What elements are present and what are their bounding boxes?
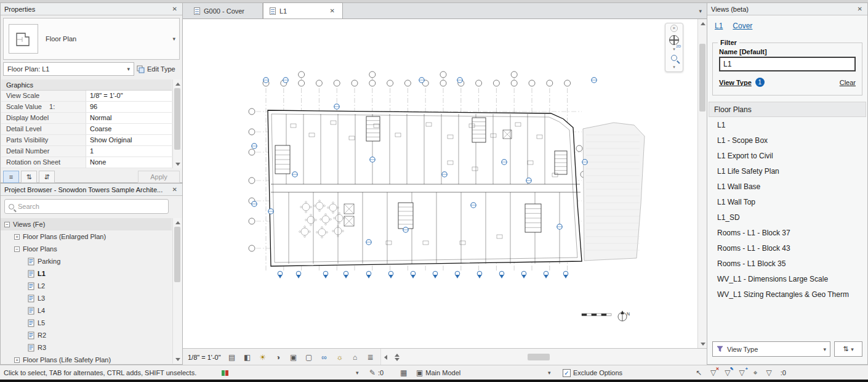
model-canvas[interactable]: N ✕ 2D ▾ ▾ xyxy=(183,19,698,348)
temporary-hide-isolate-icon[interactable]: ∞ xyxy=(319,352,330,363)
tree-node-floor-plans[interactable]: − Floor Plans xyxy=(1,243,172,255)
scroll-up-icon[interactable] xyxy=(173,79,182,88)
tree-node-floor-plans-enlarged[interactable]: + Floor Plans (Enlarged Plan) xyxy=(1,230,172,243)
group-by-combo[interactable]: View Type ▾ xyxy=(712,341,830,357)
scrollbar-thumb[interactable] xyxy=(699,44,705,112)
scrollbar-thumb[interactable] xyxy=(174,227,180,282)
scrollbar-thumb[interactable] xyxy=(174,88,180,150)
instance-combo[interactable]: Floor Plan: L1 ▾ xyxy=(3,62,134,76)
view-list-item[interactable]: L1 Life Safety Plan xyxy=(709,163,866,179)
close-icon[interactable]: ✕ xyxy=(171,6,179,12)
worksets-dialog-icon[interactable]: ▦ xyxy=(400,368,407,377)
filter-edit-icon[interactable]: ▽✎ xyxy=(725,368,730,377)
view-list-item[interactable]: Rooms - L1 Block 35 xyxy=(709,256,866,271)
tab-g000-cover[interactable]: G000 - Cover xyxy=(188,3,263,18)
tree-node-floor-plans-life-safety[interactable]: + Floor Plans (Life Safety Plan) xyxy=(1,354,172,366)
close-icon[interactable]: ✕ xyxy=(171,186,179,193)
scale-control[interactable]: 1/8" = 1'-0" xyxy=(188,354,221,361)
exclude-options-checkbox[interactable]: ✓ xyxy=(563,369,571,377)
detail-level-icon[interactable]: ▤ xyxy=(227,352,238,363)
view-list-item[interactable]: L1_SD xyxy=(709,209,866,225)
tab-l1[interactable]: L1 ✕ xyxy=(263,2,343,18)
tree-item-l5[interactable]: L5 xyxy=(1,317,172,329)
view-list-item[interactable]: L1 Wall Base xyxy=(709,179,866,194)
scroll-up-icon[interactable] xyxy=(698,19,707,28)
design-options-icon[interactable]: ▣ xyxy=(416,368,423,377)
collapse-icon[interactable]: − xyxy=(14,246,20,252)
crop-region-visibility-icon[interactable]: ▢ xyxy=(303,352,315,363)
filter-remove-icon[interactable]: ▽✕ xyxy=(710,368,716,377)
sort-button[interactable]: ⇅ ▾ xyxy=(834,341,862,357)
select-pointer-icon[interactable]: ↖ xyxy=(696,368,702,377)
view-list-item[interactable]: L1 xyxy=(709,117,866,132)
selection-filter-icon[interactable]: ▽ xyxy=(766,368,772,377)
graphics-section-header[interactable]: Graphics xyxy=(1,79,172,91)
browser-search-box[interactable] xyxy=(4,199,169,214)
properties-titlebar[interactable]: Properties ✕ xyxy=(1,3,182,15)
property-value[interactable]: None xyxy=(86,157,172,168)
tree-item-l1[interactable]: L1 xyxy=(1,267,172,280)
views-titlebar[interactable]: Views (beta) ✕ xyxy=(707,3,867,15)
chevron-down-icon[interactable]: ▾ xyxy=(548,370,551,376)
project-browser-titlebar[interactable]: Project Browser - Snowdon Towers Sample … xyxy=(1,184,182,196)
expand-icon[interactable]: + xyxy=(14,234,20,240)
visual-style-icon[interactable]: ◧ xyxy=(242,352,253,363)
chevron-down-icon[interactable]: ▾ xyxy=(673,65,675,69)
tree-item-parking[interactable]: Parking xyxy=(1,255,172,267)
view-list-item[interactable]: WV_L1 Sizing Rectangles & Geo Therm xyxy=(709,286,866,302)
tab-list-chevron-icon[interactable]: ▾ xyxy=(699,8,702,18)
view-type-filter-label[interactable]: View Type xyxy=(719,79,752,86)
reveal-hidden-elements-icon[interactable]: ☼ xyxy=(334,352,345,363)
view-list-group-floor-plans[interactable]: Floor Plans xyxy=(709,102,866,117)
property-value[interactable]: 96 xyxy=(86,102,172,112)
scroll-left-icon[interactable] xyxy=(381,349,390,365)
tree-node-views[interactable]: − Views (Fe) xyxy=(1,218,172,230)
snap-icon[interactable]: ⌖ xyxy=(753,368,758,377)
link-l1[interactable]: L1 xyxy=(715,22,723,30)
editable-worksets-icon[interactable]: ✎ xyxy=(369,368,376,377)
sun-path-icon[interactable]: ☀ xyxy=(257,352,268,363)
tree-item-l3[interactable]: L3 xyxy=(1,292,172,304)
properties-filter-button[interactable]: ≡ xyxy=(3,171,19,183)
scroll-down-icon[interactable] xyxy=(698,339,707,348)
scroll-down-icon[interactable] xyxy=(173,355,182,364)
expand-icon[interactable]: + xyxy=(14,357,20,363)
link-cover[interactable]: Cover xyxy=(733,22,752,30)
search-input[interactable] xyxy=(18,203,164,210)
property-value[interactable]: Show Original xyxy=(86,135,172,145)
property-value[interactable]: 1/8" = 1'-0" xyxy=(86,91,172,101)
shadows-icon[interactable]: ◑ xyxy=(273,352,284,363)
type-selector[interactable]: Floor Plan ▾ xyxy=(3,18,180,60)
collapse-icon[interactable]: − xyxy=(4,222,10,227)
canvas-horizontal-scrollbar[interactable] xyxy=(380,349,707,365)
close-tab-icon[interactable]: ✕ xyxy=(329,7,336,14)
close-icon[interactable]: ✕ xyxy=(670,25,678,32)
worksharing-display-icon[interactable]: ≣ xyxy=(365,352,376,363)
temporary-view-properties-icon[interactable]: ⌂ xyxy=(350,352,361,363)
browser-scrollbar[interactable] xyxy=(172,218,182,364)
view-list-item[interactable]: L1 Export to Civil xyxy=(709,148,866,163)
apply-button[interactable]: Apply xyxy=(138,171,180,183)
scrollbar-thumb[interactable] xyxy=(528,354,550,360)
canvas-vertical-scrollbar[interactable] xyxy=(697,19,707,348)
steering-wheel-2d-icon[interactable]: 2D xyxy=(667,33,681,47)
filter-add-icon[interactable]: ▽+ xyxy=(739,368,745,377)
active-design-option[interactable]: Main Model xyxy=(425,369,460,376)
chevron-down-icon[interactable]: ▾ xyxy=(356,370,359,376)
edit-type-button[interactable]: Edit Type xyxy=(137,62,180,76)
tree-item-r2[interactable]: R2 xyxy=(1,329,172,341)
view-list-item[interactable]: L1 Wall Top xyxy=(709,194,866,209)
tree-item-l4[interactable]: L4 xyxy=(1,304,172,317)
tree-item-l2[interactable]: L2 xyxy=(1,280,172,292)
sort-descending-button[interactable]: ⇵ xyxy=(39,171,55,183)
property-value[interactable]: 1 xyxy=(86,146,172,156)
properties-scrollbar[interactable] xyxy=(172,79,182,168)
chevron-down-icon[interactable]: ▾ xyxy=(673,47,675,51)
zoom-icon[interactable] xyxy=(667,51,681,65)
view-list-item[interactable]: L1 - Scope Box xyxy=(709,132,866,148)
crop-view-icon[interactable]: ▣ xyxy=(288,352,299,363)
scroll-up-icon[interactable] xyxy=(173,218,182,227)
property-value[interactable]: Coarse xyxy=(86,124,172,134)
view-list-item[interactable]: WV_L1 - Dimensions Large Scale xyxy=(709,271,866,286)
view-list-item[interactable]: Rooms - L1 - Block 43 xyxy=(709,240,866,256)
